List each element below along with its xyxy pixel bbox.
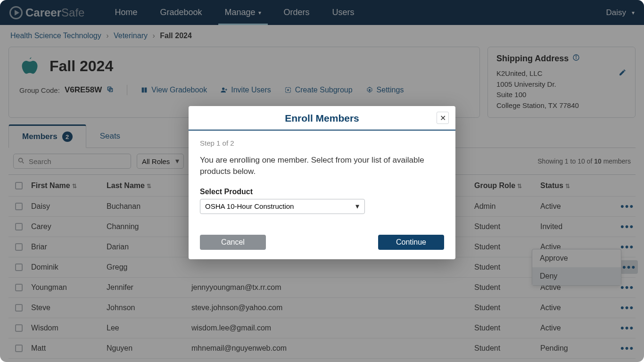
select-product-label: Select Product (200, 188, 444, 196)
enroll-members-modal: Enroll Members ✕ Step 1 of 2 You are enr… (189, 106, 455, 259)
cancel-button[interactable]: Cancel (200, 235, 266, 250)
modal-title: Enroll Members (198, 113, 446, 124)
close-icon: ✕ (440, 114, 446, 123)
modal-close-button[interactable]: ✕ (437, 112, 449, 124)
product-select[interactable]: OSHA 10-Hour Construction (200, 199, 365, 214)
modal-message: You are enrolling one member. Select fro… (200, 155, 444, 177)
modal-step: Step 1 of 2 (200, 139, 444, 147)
continue-button[interactable]: Continue (378, 235, 444, 250)
